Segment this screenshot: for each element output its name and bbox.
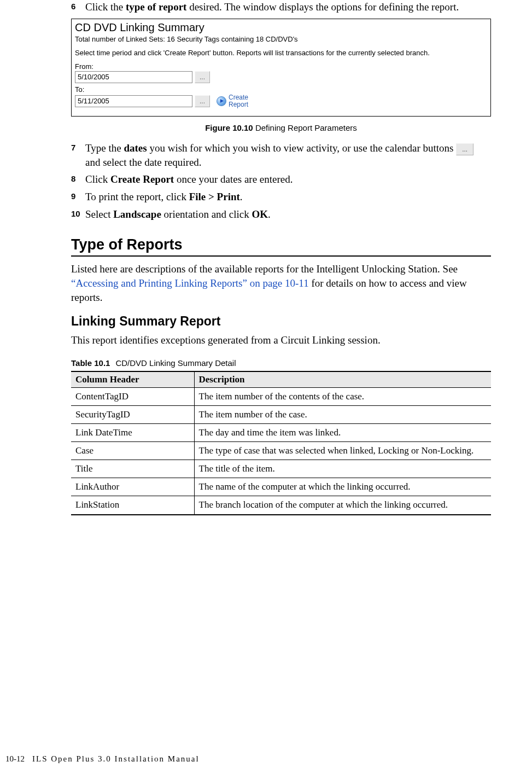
table-header-row: Column HeaderDescription — [71, 371, 491, 388]
from-label: From: — [75, 62, 487, 71]
step-text: Type the dates you wish for which you wi… — [85, 141, 491, 169]
table-row: SecurityTagIDThe item number of the case… — [71, 405, 491, 423]
step-text: Click the type of report desired. The wi… — [85, 0, 491, 14]
step-number: 9 — [71, 190, 85, 204]
play-circle-icon — [217, 96, 226, 106]
from-date-input[interactable] — [75, 71, 192, 83]
table-cell: ContentTagID — [71, 387, 194, 405]
step-number: 6 — [71, 0, 85, 14]
figure-frame: CD DVD Linking Summary Total number of L… — [71, 19, 491, 117]
figure-caption-text: Defining Report Parameters — [253, 123, 357, 132]
table-row: ContentTagIDThe item number of the conte… — [71, 387, 491, 405]
table-cell: The name of the computer at which the li… — [194, 478, 491, 496]
table-cell: Case — [71, 442, 194, 460]
from-field-row: ... — [75, 71, 487, 83]
section-rule — [71, 255, 491, 257]
table-body: ContentTagIDThe item number of the conte… — [71, 387, 491, 514]
manual-title: ILS Open Plus 3.0 Installation Manual — [32, 754, 200, 763]
from-calendar-button[interactable]: ... — [195, 71, 210, 83]
step-text: To print the report, click File > Print. — [85, 190, 491, 204]
step-number: 8 — [71, 172, 85, 187]
table-cell: The branch location of the computer at w… — [194, 496, 491, 515]
table-cell: The type of case that was selected when … — [194, 442, 491, 460]
table-cell: The day and time the item was linked. — [194, 424, 491, 442]
subsection-title: Linking Summary Report — [71, 314, 491, 329]
subsection-paragraph: This report identifies exceptions genera… — [71, 333, 491, 347]
figure-caption-label: Figure 10.10 — [205, 123, 253, 132]
table-row: CaseThe type of case that was selected w… — [71, 442, 491, 460]
step-number: 7 — [71, 141, 85, 169]
figure-summary-line: Total number of Linked Sets: 16 Security… — [75, 35, 487, 43]
cross-reference-link[interactable]: “Accessing and Printing Linking Reports”… — [71, 277, 309, 289]
step-item: 8Click Create Report once your dates are… — [71, 172, 491, 187]
step-item: 6Click the type of report desired. The w… — [71, 0, 491, 14]
page-number: 10-12 — [5, 754, 25, 763]
create-report-button[interactable]: Create Report — [217, 94, 248, 108]
table-cell: LinkStation — [71, 496, 194, 515]
to-field-row: ... Create Report — [75, 94, 487, 108]
step-item: 7Type the dates you wish for which you w… — [71, 141, 491, 169]
table-header-cell: Description — [194, 371, 491, 388]
step-list-2: 7Type the dates you wish for which you w… — [71, 141, 491, 221]
table-caption: Table 10.1CD/DVD Linking Summary Detail — [71, 358, 491, 368]
table-caption-label: Table 10.1 — [71, 358, 110, 368]
create-report-label: Create Report — [229, 94, 248, 108]
figure-instruction: Select time period and click 'Create Rep… — [75, 49, 487, 57]
step-text: Click Create Report once your dates are … — [85, 172, 491, 187]
table-cell: The item number of the case. — [194, 405, 491, 423]
table-row: TitleThe title of the item. — [71, 460, 491, 478]
section-paragraph: Listed here are descriptions of the avai… — [71, 262, 491, 304]
step-number: 10 — [71, 207, 85, 222]
table-cell: The item number of the contents of the c… — [194, 387, 491, 405]
section-title: Type of Reports — [71, 236, 491, 253]
table-cell: LinkAuthor — [71, 478, 194, 496]
page-footer: 10-12ILS Open Plus 3.0 Installation Manu… — [0, 754, 200, 764]
to-date-input[interactable] — [75, 95, 192, 107]
step-text: Select Landscape orientation and click O… — [85, 207, 491, 222]
to-label: To: — [75, 85, 487, 94]
figure-window-title: CD DVD Linking Summary — [75, 21, 487, 34]
table-row: LinkStationThe branch location of the co… — [71, 496, 491, 515]
table-row: Link DateTimeThe day and time the item w… — [71, 424, 491, 442]
to-calendar-button[interactable]: ... — [195, 95, 210, 107]
table-row: LinkAuthorThe name of the computer at wh… — [71, 478, 491, 496]
table-cell: Title — [71, 460, 194, 478]
linking-summary-table: Column HeaderDescription ContentTagIDThe… — [71, 371, 491, 515]
figure-caption: Figure 10.10 Defining Report Parameters — [71, 123, 491, 132]
table-cell: The title of the item. — [194, 460, 491, 478]
step-item: 9To print the report, click File > Print… — [71, 190, 491, 204]
table-cell: SecurityTagID — [71, 405, 194, 423]
table-header-cell: Column Header — [71, 371, 194, 388]
table-caption-text: CD/DVD Linking Summary Detail — [115, 358, 236, 368]
step-list-1: 6Click the type of report desired. The w… — [71, 0, 491, 14]
step-item: 10Select Landscape orientation and click… — [71, 207, 491, 222]
table-cell: Link DateTime — [71, 424, 194, 442]
